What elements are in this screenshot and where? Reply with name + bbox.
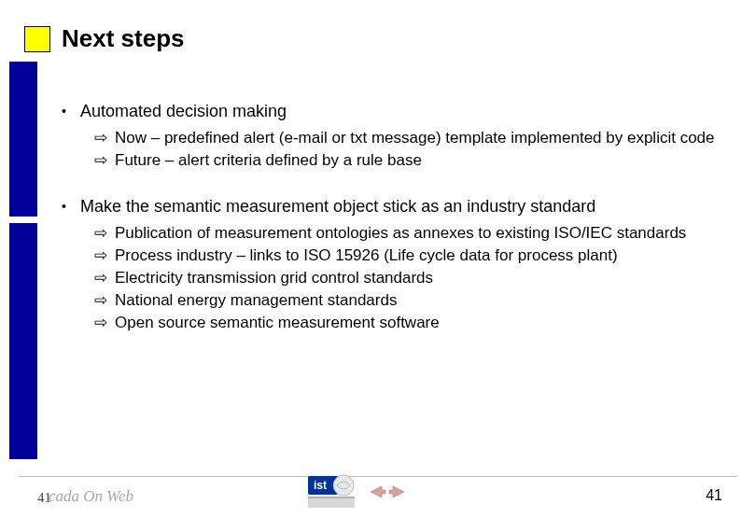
sub-bullet-list: ⇨ Now – predefined alert (e-mail or txt … — [94, 128, 719, 171]
slide-title: Next steps — [62, 24, 185, 53]
arrow-icon: ⇨ — [94, 128, 115, 148]
sub-bullet-text: Process industry – links to ISO 15926 (L… — [115, 245, 618, 266]
arrow-icon: ⇨ — [94, 150, 115, 171]
bullet-text: Automated decision making — [80, 101, 287, 122]
corner-accent-square — [24, 26, 50, 52]
svg-text:ist: ist — [314, 479, 327, 492]
svg-marker-6 — [389, 486, 404, 497]
left-accent-band-bottom — [9, 223, 37, 459]
arrow-icon: ⇨ — [94, 290, 115, 311]
sub-bullet-text: National energy management standards — [115, 290, 397, 311]
bullet-item: • Automated decision making — [62, 101, 719, 122]
sub-bullet-item: ⇨ National energy management standards — [94, 290, 719, 311]
bullet-dot-icon: • — [62, 196, 80, 217]
bullet-text: Make the semantic measurement object sti… — [80, 196, 595, 217]
sub-bullet-text: Future – alert criteria defined by a rul… — [115, 150, 422, 171]
sub-bullet-item: ⇨ Future – alert criteria defined by a r… — [94, 150, 719, 171]
sub-bullet-item: ⇨ Publication of measurement ontologies … — [94, 223, 719, 244]
page-number-right: 41 — [706, 487, 722, 504]
arrow-icon: ⇨ — [94, 313, 115, 333]
sub-bullet-item: ⇨ Now – predefined alert (e-mail or txt … — [94, 128, 719, 148]
slide-content: • Automated decision making ⇨ Now – pred… — [62, 101, 719, 357]
sub-bullet-item: ⇨ Open source semantic measurement softw… — [94, 313, 719, 333]
bullet-item: • Make the semantic measurement object s… — [62, 196, 719, 217]
bullet-dot-icon: • — [62, 101, 80, 122]
sub-bullet-list: ⇨ Publication of measurement ontologies … — [94, 223, 719, 333]
ist-logo-icon: ist — [308, 472, 357, 510]
sub-bullet-text: Now – predefined alert (e-mail or txt me… — [115, 128, 715, 148]
arrow-icon: ⇨ — [94, 245, 115, 266]
sub-bullet-text: Publication of measurement ontologies as… — [115, 223, 686, 244]
slide-footer: 41 cada On Web ist 41 — [0, 480, 756, 515]
svg-rect-4 — [308, 497, 355, 498]
svg-point-2 — [333, 475, 354, 496]
sub-bullet-item: ⇨ Process industry – links to ISO 15926 … — [94, 245, 719, 266]
arrow-icon: ⇨ — [94, 223, 115, 244]
arrow-icon: ⇨ — [94, 268, 115, 288]
sub-bullet-text: Electricity transmission grid control st… — [115, 268, 433, 288]
left-accent-band-top — [9, 62, 37, 217]
nav-arrows-icon — [369, 483, 406, 500]
footer-divider — [19, 476, 737, 477]
sub-bullet-text: Open source semantic measurement softwar… — [115, 313, 440, 333]
svg-marker-5 — [371, 486, 385, 497]
brand-text: cada On Web — [49, 487, 133, 506]
sub-bullet-item: ⇨ Electricity transmission grid control … — [94, 268, 719, 288]
